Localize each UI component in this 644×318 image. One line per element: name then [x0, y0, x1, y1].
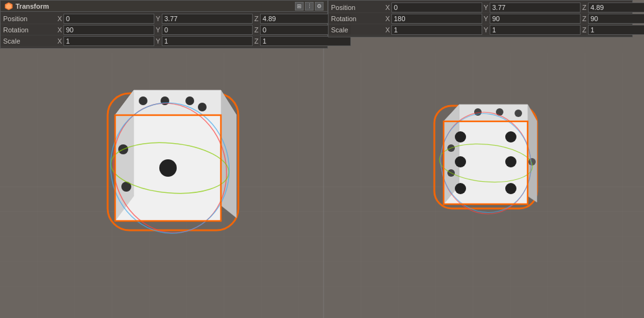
position-z-axis-right: Z: [581, 4, 588, 11]
scale-y-group-left: Y: [154, 36, 253, 46]
scale-x-axis-left: X: [56, 37, 63, 45]
scale-y-axis-right: Y: [482, 26, 490, 34]
position-x-input-right[interactable]: [391, 2, 482, 12]
scale-label-left: Scale: [3, 37, 56, 45]
scale-row-right: Scale X Y Z: [329, 24, 632, 35]
scale-fields-right: X Y Z: [384, 25, 644, 35]
rotation-z-axis-left: Z: [253, 26, 260, 34]
svg-point-31: [159, 159, 177, 177]
position-y-input-right[interactable]: [490, 2, 581, 12]
rotation-row-left: Rotation X Y Z: [1, 24, 327, 35]
svg-point-42: [455, 131, 466, 143]
position-x-group-right: X: [384, 2, 482, 12]
scale-row-left: Scale X Y Z: [1, 35, 327, 47]
panel-rows-left: Position X Y Z Rotation: [1, 12, 327, 48]
rotation-y-axis-right: Y: [482, 15, 490, 22]
rotation-y-group-right: Y: [482, 14, 581, 24]
position-row-left: Position X Y Z: [1, 13, 327, 24]
position-z-axis-left: Z: [253, 15, 260, 22]
svg-point-33: [161, 96, 169, 105]
panel-btn-3[interactable]: ⚙: [315, 2, 324, 11]
rotation-y-group-left: Y: [154, 25, 253, 35]
svg-point-34: [185, 96, 194, 105]
scale-y-input-left[interactable]: [162, 36, 253, 46]
rotation-z-input-right[interactable]: [588, 14, 644, 24]
panel-header-buttons: ⊞ ⋮ ⚙: [295, 2, 324, 11]
panel-btn-1[interactable]: ⊞: [295, 2, 304, 11]
position-x-axis-right: X: [384, 4, 391, 11]
svg-point-44: [455, 156, 466, 167]
position-y-group-left: Y: [154, 14, 253, 24]
rotation-x-input-left[interactable]: [63, 25, 154, 35]
rotation-x-input-right[interactable]: [391, 14, 482, 24]
svg-point-35: [198, 103, 207, 111]
position-label-right: Position: [331, 4, 384, 11]
scale-z-axis-left: Z: [253, 37, 260, 45]
rotation-row-right: Rotation X Y Z: [329, 13, 632, 24]
panel-title-left: Transform: [16, 2, 292, 10]
position-row-right: Position X Y Z: [329, 2, 632, 13]
svg-point-47: [505, 183, 516, 194]
scale-x-axis-right: X: [384, 26, 391, 34]
scale-y-input-right[interactable]: [490, 25, 581, 35]
scale-fields-left: X Y Z: [56, 36, 351, 46]
scale-label-right: Scale: [331, 26, 384, 34]
scale-z-input-right[interactable]: [588, 25, 644, 35]
svg-point-32: [139, 96, 147, 105]
panel-rows-right: Position X Y Z Rotation: [329, 1, 632, 37]
position-x-group-left: X: [56, 14, 154, 24]
rotation-y-axis-left: Y: [154, 26, 162, 34]
scale-z-axis-right: Z: [581, 26, 588, 34]
rotation-x-axis-right: X: [384, 15, 391, 22]
position-z-input-right[interactable]: [588, 2, 644, 12]
scale-z-group-right: Z: [581, 25, 644, 35]
rotation-z-group-right: Z: [581, 14, 644, 24]
position-y-input-left[interactable]: [162, 14, 253, 24]
rotation-y-input-left[interactable]: [162, 25, 253, 35]
position-y-axis-right: Y: [482, 4, 490, 11]
inspector-panel-left: Transform ⊞ ⋮ ⚙ Position X Y Z: [0, 0, 328, 49]
scale-y-group-right: Y: [482, 25, 581, 35]
inspector-panel-right: Position X Y Z Rotation: [328, 0, 633, 37]
position-y-group-right: Y: [482, 2, 581, 12]
rotation-x-group-left: X: [56, 25, 154, 35]
position-x-axis-left: X: [56, 15, 63, 22]
rotation-x-axis-left: X: [56, 26, 63, 34]
position-fields-left: X Y Z: [56, 14, 351, 24]
position-x-input-left[interactable]: [63, 14, 154, 24]
scale-x-group-right: X: [384, 25, 482, 35]
rotation-fields-right: X Y Z: [384, 14, 644, 24]
rotation-z-axis-right: Z: [581, 15, 588, 22]
rotation-label-left: Rotation: [3, 26, 56, 34]
scale-x-group-left: X: [56, 36, 154, 46]
rotation-fields-left: X Y Z: [56, 25, 351, 35]
rotation-label-right: Rotation: [331, 15, 384, 22]
scale-x-input-right[interactable]: [391, 25, 482, 35]
rotation-y-input-right[interactable]: [490, 14, 581, 24]
rotation-x-group-right: X: [384, 14, 482, 24]
svg-point-43: [505, 131, 516, 143]
scale-x-input-left[interactable]: [63, 36, 154, 46]
svg-point-50: [515, 110, 522, 117]
svg-point-46: [455, 183, 466, 194]
panel-header-left: Transform ⊞ ⋮ ⚙: [1, 1, 327, 12]
scale-y-axis-left: Y: [154, 37, 162, 45]
position-z-group-right: Z: [581, 2, 644, 12]
position-label-left: Position: [3, 15, 56, 22]
panel-btn-2[interactable]: ⋮: [305, 2, 314, 11]
transform-icon: [4, 2, 13, 11]
position-y-axis-left: Y: [154, 15, 162, 22]
position-fields-right: X Y Z: [384, 2, 644, 12]
svg-point-45: [505, 156, 516, 167]
